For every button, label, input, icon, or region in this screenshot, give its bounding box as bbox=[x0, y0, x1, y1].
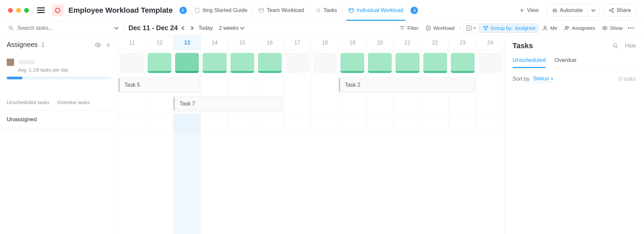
window-controls bbox=[8, 8, 29, 13]
chevron-down-icon[interactable] bbox=[114, 26, 119, 30]
date-cell[interactable]: 19 bbox=[339, 35, 366, 50]
workload-box bbox=[203, 53, 226, 73]
panel-title: Tasks bbox=[513, 42, 533, 50]
date-cell[interactable]: 17 bbox=[284, 35, 311, 50]
svg-point-13 bbox=[485, 28, 487, 30]
date-cell[interactable]: 13 bbox=[173, 35, 201, 50]
nav-forward-button[interactable] bbox=[411, 7, 418, 14]
date-header: 1112131415161718192021222324 bbox=[118, 35, 504, 50]
me-button[interactable]: Me bbox=[539, 23, 560, 33]
automate-button[interactable]: Automate bbox=[547, 5, 587, 16]
close-window-icon[interactable] bbox=[8, 8, 13, 13]
automate-dropdown[interactable] bbox=[588, 5, 599, 15]
more-menu-button[interactable] bbox=[626, 25, 636, 31]
date-cell[interactable]: 12 bbox=[146, 35, 173, 50]
svg-point-8 bbox=[9, 26, 12, 29]
date-cell[interactable]: 22 bbox=[422, 35, 449, 50]
sort-value-button[interactable]: Status bbox=[533, 75, 554, 82]
task-bar[interactable]: Task 7 bbox=[173, 96, 282, 111]
unassigned-row[interactable]: Unassigned bbox=[0, 110, 118, 129]
checkbox-dropdown[interactable] bbox=[463, 23, 479, 33]
period-selector[interactable]: 2 weeks bbox=[219, 25, 245, 31]
unscheduled-tasks-link[interactable]: Unscheduled tasks bbox=[7, 99, 49, 105]
date-cell[interactable]: 23 bbox=[449, 35, 477, 50]
workload-box bbox=[451, 53, 475, 73]
grid-cell bbox=[284, 95, 311, 114]
share-button[interactable]: Share bbox=[603, 4, 636, 16]
assignees-button[interactable]: Assignees bbox=[560, 23, 598, 33]
workload-box bbox=[175, 53, 199, 73]
date-cell[interactable]: 18 bbox=[311, 35, 339, 50]
date-cell[interactable]: 16 bbox=[256, 35, 284, 50]
collapse-icon[interactable] bbox=[105, 42, 111, 48]
grid-cell bbox=[229, 114, 256, 132]
show-button[interactable]: Show bbox=[598, 23, 626, 33]
date-range-label[interactable]: Dec 11 - Dec 24 bbox=[128, 24, 178, 32]
groupby-button[interactable]: Group by: Assignee bbox=[479, 23, 539, 33]
date-cell[interactable]: 21 bbox=[394, 35, 421, 50]
hide-button[interactable]: Hide bbox=[625, 43, 636, 49]
prev-button[interactable] bbox=[181, 26, 185, 30]
workload-cell bbox=[284, 50, 311, 76]
workspace-badge[interactable] bbox=[52, 4, 64, 16]
eye-icon[interactable] bbox=[95, 42, 101, 48]
robot-icon bbox=[552, 7, 558, 13]
date-cell[interactable]: 20 bbox=[366, 35, 394, 50]
grid-body: Task 5Task 2 Task 7 bbox=[118, 50, 504, 133]
period-label: 2 weeks bbox=[219, 25, 238, 31]
date-cell[interactable]: 11 bbox=[118, 35, 146, 50]
grid-cell bbox=[366, 114, 394, 132]
filter-button[interactable]: Filter bbox=[396, 23, 422, 33]
automate-label: Automate bbox=[560, 7, 583, 13]
menu-icon[interactable] bbox=[37, 6, 45, 14]
grid-cell bbox=[477, 95, 504, 114]
nav-back-button[interactable] bbox=[179, 7, 187, 14]
workload-button[interactable]: Workload bbox=[422, 23, 458, 33]
search-icon[interactable] bbox=[612, 43, 619, 49]
sidebar: Assignees 1 Avg. 1.1/8 tasks per day Uns… bbox=[0, 35, 118, 234]
overdue-tasks-link[interactable]: Overdue tasks bbox=[57, 99, 90, 105]
tab-tasks[interactable]: Tasks bbox=[310, 4, 342, 17]
date-cell[interactable]: 24 bbox=[477, 35, 504, 50]
task-bar[interactable]: Task 5 bbox=[118, 78, 200, 92]
view-button[interactable]: View bbox=[515, 5, 542, 15]
workload-cell bbox=[477, 50, 504, 76]
workload-cell bbox=[394, 50, 421, 76]
tab-team-workload[interactable]: Team Workload bbox=[254, 4, 309, 17]
svg-point-3 bbox=[553, 10, 554, 11]
workload-cell bbox=[173, 50, 201, 76]
grid-cell bbox=[449, 114, 477, 132]
today-button[interactable]: Today bbox=[199, 25, 213, 31]
grid-cell bbox=[311, 114, 339, 132]
workload-box bbox=[395, 53, 419, 73]
sidebar-count: 1 bbox=[41, 41, 45, 49]
workload-bar bbox=[7, 77, 111, 79]
task-bar[interactable]: Task 2 bbox=[339, 78, 475, 92]
tab-separator bbox=[309, 7, 310, 14]
grid-cell bbox=[477, 114, 504, 132]
date-cell[interactable]: 15 bbox=[229, 35, 256, 50]
search-input[interactable] bbox=[17, 25, 78, 31]
next-button[interactable] bbox=[190, 26, 194, 30]
assignee-row[interactable]: Avg. 1.1/8 tasks per day bbox=[0, 54, 118, 83]
panel-tab-unscheduled[interactable]: Unscheduled bbox=[513, 57, 546, 68]
workload-cell bbox=[311, 50, 339, 76]
panel-tab-overdue[interactable]: Overdue bbox=[554, 57, 576, 68]
panel-tabs: Unscheduled Overdue bbox=[513, 57, 636, 68]
date-cell[interactable]: 14 bbox=[201, 35, 228, 50]
tab-individual-workload[interactable]: Individual Workload bbox=[343, 4, 408, 17]
chevron-down-icon bbox=[591, 8, 596, 13]
maximize-window-icon[interactable] bbox=[24, 8, 29, 13]
svg-point-18 bbox=[97, 44, 99, 46]
doc-icon bbox=[194, 7, 200, 13]
tab-getting-started[interactable]: tting Started Guide bbox=[190, 4, 252, 17]
tab-label: tting Started Guide bbox=[203, 7, 247, 13]
workload-cell bbox=[449, 50, 477, 76]
automate-button-group: Automate bbox=[547, 4, 599, 16]
svg-rect-10 bbox=[467, 26, 471, 30]
workload-bar-fill bbox=[7, 77, 22, 79]
minimize-window-icon[interactable] bbox=[16, 8, 21, 13]
main-content: Assignees 1 Avg. 1.1/8 tasks per day Uns… bbox=[0, 35, 644, 234]
workload-box bbox=[423, 53, 447, 73]
tab-separator bbox=[342, 7, 343, 14]
